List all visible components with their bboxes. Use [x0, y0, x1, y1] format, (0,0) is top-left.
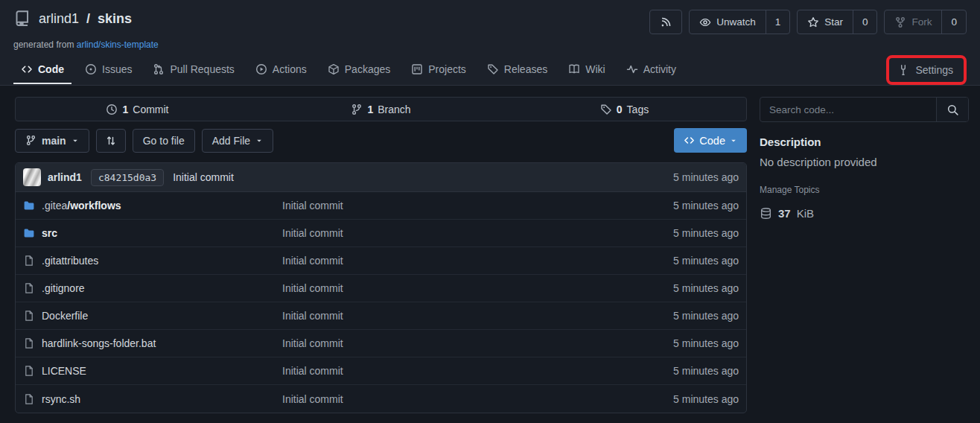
fork-count[interactable]: 0: [941, 10, 966, 34]
tab-pull-requests[interactable]: Pull Requests: [145, 56, 241, 84]
commits-link[interactable]: 1 Commit: [16, 98, 259, 121]
file-link[interactable]: LICENSE: [23, 365, 282, 377]
play-circle-icon: [255, 63, 267, 75]
repo-separator: /: [86, 11, 90, 27]
file-link[interactable]: hardlink-songs-folder.bat: [23, 337, 282, 349]
repo-size-unit: KiB: [797, 207, 814, 220]
tab-activity[interactable]: Activity: [619, 56, 684, 84]
branch-icon: [351, 104, 363, 115]
table-row: Dockerfile Initial commit 5 minutes ago: [16, 302, 746, 330]
code-search-box: [760, 97, 969, 122]
manage-topics-link[interactable]: Manage Topics: [760, 185, 969, 195]
activity-icon: [626, 63, 638, 75]
row-commit-link[interactable]: Initial commit: [282, 393, 620, 405]
file-name: .gitattributes: [42, 255, 98, 267]
tab-actions[interactable]: Actions: [248, 56, 314, 84]
row-commit-link[interactable]: Initial commit: [282, 337, 620, 349]
repo-sidebar: Description No description provided Mana…: [760, 97, 969, 413]
tab-settings[interactable]: Settings: [886, 55, 967, 85]
tab-packages[interactable]: Packages: [320, 56, 398, 84]
row-commit-link[interactable]: Initial commit: [282, 282, 620, 294]
tags-label: Tags: [627, 104, 649, 115]
repo-size-value: 37: [778, 207, 791, 220]
branch-icon: [25, 135, 36, 146]
row-commit-link[interactable]: Initial commit: [282, 200, 620, 212]
rss-button[interactable]: [649, 10, 682, 34]
row-commit-link[interactable]: Initial commit: [282, 227, 620, 239]
table-row: .gitattributes Initial commit 5 minutes …: [16, 247, 746, 275]
tag-icon: [600, 104, 612, 115]
folder-name: src: [42, 227, 57, 239]
file-link[interactable]: rsync.sh: [23, 393, 282, 405]
tab-issues-label: Issues: [102, 63, 132, 75]
table-row: LICENSE Initial commit 5 minutes ago: [16, 357, 746, 385]
unwatch-button[interactable]: Unwatch: [690, 10, 766, 34]
tab-releases[interactable]: Releases: [480, 56, 555, 84]
template-repo-link[interactable]: arlind/skins-template: [77, 39, 159, 50]
repo-toolbar: main Go to file Add File: [15, 128, 747, 153]
issue-icon: [85, 63, 97, 75]
star-icon: [807, 16, 819, 28]
repo-owner-link[interactable]: arlind1: [39, 11, 79, 27]
watch-button-group: Unwatch 1: [689, 10, 790, 34]
tags-link[interactable]: 0 Tags: [503, 98, 746, 121]
branch-selector[interactable]: main: [15, 129, 89, 153]
fork-button[interactable]: Fork: [885, 10, 941, 34]
table-row: rsync.sh Initial commit 5 minutes ago: [16, 385, 746, 413]
commit-message-link[interactable]: Initial commit: [173, 171, 234, 183]
search-button[interactable]: [936, 98, 968, 121]
file-name: .gitignore: [42, 282, 85, 294]
avatar[interactable]: [23, 168, 41, 186]
row-time: 5 minutes ago: [620, 393, 739, 405]
code-download-button[interactable]: Code: [674, 128, 747, 153]
add-file-button[interactable]: Add File: [202, 129, 273, 153]
watch-count[interactable]: 1: [766, 10, 790, 34]
star-button[interactable]: Star: [798, 10, 853, 34]
repo-header: arlind1 / skins: [0, 0, 980, 86]
code-button-label: Code: [699, 135, 725, 147]
file-link[interactable]: .gitattributes: [23, 255, 282, 267]
code-icon: [684, 135, 695, 146]
tab-wiki[interactable]: Wiki: [561, 56, 612, 84]
generated-from-prefix: generated from: [13, 39, 74, 50]
row-time: 5 minutes ago: [620, 227, 739, 239]
commit-sha-link[interactable]: c84215d0a3: [91, 169, 164, 186]
go-to-file-button[interactable]: Go to file: [133, 129, 195, 153]
search-input[interactable]: [760, 98, 936, 121]
folder-link[interactable]: .gitea/workflows: [23, 200, 282, 212]
star-button-group: Star 0: [797, 10, 877, 34]
commits-label: Commit: [133, 104, 168, 115]
tab-issues[interactable]: Issues: [77, 56, 139, 84]
compare-icon: [105, 135, 117, 147]
tab-projects-label: Projects: [428, 63, 466, 75]
repo-name-link[interactable]: skins: [98, 11, 132, 27]
table-row: .gitignore Initial commit 5 minutes ago: [16, 275, 746, 302]
table-row: src Initial commit 5 minutes ago: [16, 220, 746, 247]
tab-code[interactable]: Code: [13, 56, 71, 84]
fork-button-group: Fork 0: [884, 10, 967, 34]
row-commit-link[interactable]: Initial commit: [282, 310, 620, 322]
caret-down-icon: [255, 137, 263, 144]
row-commit-link[interactable]: Initial commit: [282, 365, 620, 377]
rss-icon: [660, 16, 672, 28]
file-link[interactable]: Dockerfile: [23, 310, 282, 322]
file-icon: [23, 282, 35, 294]
commit-author-link[interactable]: arlind1: [48, 171, 82, 183]
file-link[interactable]: .gitignore: [23, 282, 282, 294]
file-icon: [23, 337, 35, 349]
tab-projects[interactable]: Projects: [404, 56, 474, 84]
tags-count: 0: [617, 104, 623, 115]
star-count[interactable]: 0: [853, 10, 877, 34]
branches-label: Branch: [378, 104, 410, 115]
folder-link[interactable]: src: [23, 227, 282, 239]
generated-from-line: generated from arlind/skins-template: [13, 39, 967, 50]
file-icon: [23, 393, 35, 405]
file-icon: [23, 310, 35, 322]
row-commit-link[interactable]: Initial commit: [282, 255, 620, 267]
search-icon: [946, 104, 959, 116]
branches-link[interactable]: 1 Branch: [259, 98, 503, 121]
package-icon: [328, 63, 340, 75]
tab-wiki-label: Wiki: [585, 63, 605, 75]
compare-button[interactable]: [96, 129, 126, 153]
fork-label: Fork: [911, 16, 932, 28]
